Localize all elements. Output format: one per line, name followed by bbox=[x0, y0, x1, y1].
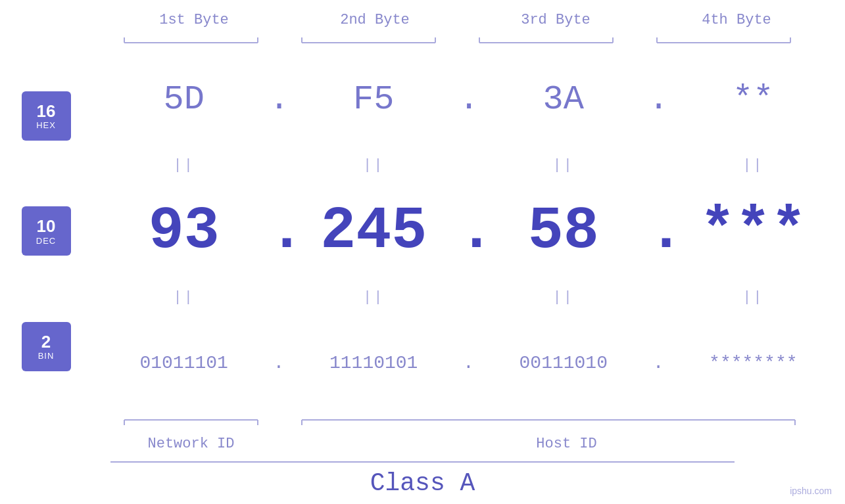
bin-dot3: . bbox=[648, 353, 668, 373]
network-id-bracket bbox=[120, 419, 262, 432]
sep-row-2: || || || || bbox=[105, 285, 832, 309]
sep1-b2: || bbox=[301, 157, 446, 173]
bin-row: 01011101 . 11110101 . 00111010 . *******… bbox=[105, 309, 832, 417]
watermark: ipshu.com bbox=[790, 486, 832, 496]
bin-b1: 01011101 bbox=[112, 353, 256, 373]
bottom-brackets bbox=[120, 419, 835, 432]
main-container: 1st Byte 2nd Byte 3rd Byte 4th Byte bbox=[0, 0, 845, 504]
sep2-b2: || bbox=[301, 289, 446, 306]
bin-dot1: . bbox=[269, 353, 289, 373]
bin-badge: 2 BIN bbox=[22, 322, 71, 371]
sep1-b4: || bbox=[681, 157, 825, 173]
hex-dot2: . bbox=[458, 80, 478, 119]
byte3-header: 3rd Byte bbox=[483, 12, 628, 28]
dec-dot1: . bbox=[269, 198, 289, 265]
host-id-bracket bbox=[298, 419, 799, 432]
id-labels: Network ID Host ID bbox=[120, 436, 835, 452]
sep2-b3: || bbox=[491, 289, 636, 306]
sep2-b4: || bbox=[681, 289, 825, 306]
sep1-b3: || bbox=[491, 157, 636, 173]
hex-badge: 16 HEX bbox=[22, 91, 71, 141]
dec-badge-number: 10 bbox=[37, 217, 56, 236]
byte2-header: 2nd Byte bbox=[302, 12, 447, 28]
hex-b3: 3A bbox=[491, 80, 636, 119]
sep1-b1: || bbox=[112, 157, 256, 173]
bracket2 bbox=[298, 31, 439, 45]
bin-badge-label: BIN bbox=[38, 351, 55, 361]
hex-b2: F5 bbox=[301, 80, 446, 119]
hex-row: 5D . F5 . 3A . ** bbox=[105, 45, 832, 154]
hex-badge-number: 16 bbox=[37, 102, 56, 121]
byte-headers: 1st Byte 2nd Byte 3rd Byte 4th Byte bbox=[104, 12, 827, 28]
dec-badge-label: DEC bbox=[36, 236, 56, 246]
dec-b3: 58 bbox=[491, 198, 636, 265]
badges-column: 16 HEX 10 DEC 2 BIN bbox=[0, 45, 92, 417]
dec-dot3: . bbox=[648, 198, 668, 265]
dec-dot2: . bbox=[458, 198, 478, 265]
network-id-label: Network ID bbox=[120, 436, 262, 452]
dec-b1: 93 bbox=[112, 198, 256, 265]
host-id-label: Host ID bbox=[298, 436, 835, 452]
data-grid: 5D . F5 . 3A . ** || || || || 93 bbox=[92, 45, 845, 417]
sep2-b1: || bbox=[112, 289, 256, 306]
bracket4 bbox=[653, 31, 794, 45]
hex-b4: ** bbox=[681, 80, 825, 119]
hex-dot3: . bbox=[648, 80, 668, 119]
sep-row-1: || || || || bbox=[105, 154, 832, 177]
dec-b2: 245 bbox=[301, 198, 446, 265]
class-label: Class A bbox=[0, 469, 845, 497]
bin-b3: 00111010 bbox=[491, 353, 636, 373]
dec-row: 93 . 245 . 58 . *** bbox=[105, 177, 832, 286]
top-brackets bbox=[120, 31, 835, 45]
bin-badge-number: 2 bbox=[41, 332, 51, 352]
bracket3 bbox=[475, 31, 617, 45]
hex-badge-label: HEX bbox=[36, 120, 56, 130]
dec-badge: 10 DEC bbox=[22, 206, 71, 256]
dec-b4: *** bbox=[681, 198, 825, 265]
bracket1 bbox=[120, 31, 262, 45]
hex-b1: 5D bbox=[112, 80, 256, 119]
bin-dot2: . bbox=[458, 353, 478, 373]
bin-b4: ******** bbox=[681, 353, 825, 373]
hex-dot1: . bbox=[269, 80, 289, 119]
class-bracket-line bbox=[110, 461, 735, 463]
byte4-header: 4th Byte bbox=[664, 12, 809, 28]
content-area: 16 HEX 10 DEC 2 BIN 5D . F5 . 3A . ** bbox=[0, 45, 845, 417]
byte1-header: 1st Byte bbox=[122, 12, 266, 28]
bin-b2: 11110101 bbox=[301, 353, 446, 373]
